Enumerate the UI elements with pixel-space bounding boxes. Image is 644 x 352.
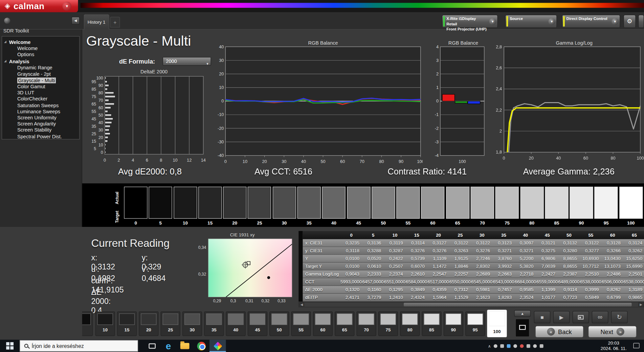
pattern-level-85[interactable]: 85: [422, 311, 441, 336]
sidebar-item-welcome[interactable]: Welcome: [2, 46, 79, 52]
tray-icon-5[interactable]: [520, 344, 524, 348]
table-row-cct[interactable]: CCT5993,00006457,00006551,00006584,00006…: [303, 278, 644, 286]
logo-menu-chevron-icon[interactable]: ▼: [62, 2, 71, 11]
table-cell: 3,9932: [493, 263, 514, 270]
settings-button[interactable]: ⚙: [623, 15, 636, 28]
table-row-gamma-log-log[interactable]: Gamma Log/Log0,90432,23332,23742,26102,2…: [303, 271, 644, 278]
sidebar-item-screen-angularity[interactable]: Screen Angularity: [2, 121, 79, 127]
pattern-level-55[interactable]: 55: [291, 311, 311, 336]
table-cell: 0,3127: [427, 239, 449, 247]
pattern-label-45: 45: [248, 327, 267, 332]
sidebar-item-luminance-sweeps[interactable]: Luminance Sweeps: [2, 109, 79, 115]
expander-icon[interactable]: ◢: [4, 40, 6, 44]
svg-text:4: 4: [132, 158, 134, 163]
file-explorer-taskbar-button[interactable]: [177, 340, 193, 352]
source-dropdown[interactable]: Source ▼: [505, 15, 557, 28]
sidebar-item-grayscale-multi[interactable]: Grayscale - Multi: [2, 77, 79, 84]
sidebar-section-analysis[interactable]: ◢Analysis: [2, 58, 79, 65]
chevron-right-icon: »: [617, 328, 624, 335]
task-view-button[interactable]: [144, 340, 160, 352]
hidden-icons-chevron[interactable]: ∧: [488, 344, 491, 348]
refresh-button[interactable]: ↻: [611, 311, 628, 323]
pattern-level-70[interactable]: 70: [356, 311, 376, 336]
svg-text:2: 2: [436, 71, 439, 76]
pattern-window-button[interactable]: [515, 319, 530, 337]
pattern-level-30[interactable]: 30: [182, 311, 202, 336]
pattern-level-40[interactable]: 40: [226, 311, 246, 336]
sidebar-item-screen-uniformity[interactable]: Screen Uniformity: [2, 115, 79, 121]
scroll-left-icon[interactable]: ◀: [299, 302, 305, 307]
pattern-level-75[interactable]: 75: [378, 311, 398, 336]
tray-icon-7[interactable]: [533, 344, 537, 348]
table-row-e-2000[interactable]: ΔE 20000,13200,11600,12950,38490,43590,7…: [303, 286, 644, 294]
meter-dropdown[interactable]: X-Rite i1Display Retail Front Projector …: [442, 15, 498, 28]
sidebar-item-spectral-power-dist[interactable]: Spectral Power Dist.: [2, 134, 79, 139]
read-button[interactable]: ▶: [553, 311, 570, 323]
pattern-level-partial[interactable]: [82, 311, 93, 336]
back-button[interactable]: « Back: [535, 326, 583, 337]
edge-taskbar-button[interactable]: e: [160, 340, 177, 352]
table-cell: 7,0039: [536, 263, 558, 270]
sidebar-item-color-gamut[interactable]: Color Gamut: [2, 84, 79, 90]
tab-history-1[interactable]: History 1: [84, 14, 109, 29]
sidebar-item-grayscale-2pt[interactable]: Grayscale - 2pt: [2, 71, 79, 77]
sidebar-item-3d-lut[interactable]: 3D LUT: [2, 90, 79, 96]
pattern-level-15[interactable]: 15: [117, 311, 137, 336]
pattern-level-10[interactable]: 10: [95, 311, 115, 336]
expander-icon[interactable]: ◢: [4, 60, 6, 63]
pattern-level-25[interactable]: 25: [161, 311, 180, 336]
pattern-level-100[interactable]: 100: [487, 310, 507, 337]
stop-button[interactable]: ■: [534, 311, 551, 323]
pattern-level-60[interactable]: 60: [313, 311, 333, 336]
start-button[interactable]: [0, 340, 20, 352]
tray-icon-1[interactable]: [494, 344, 497, 348]
pattern-level-20[interactable]: 20: [139, 311, 158, 336]
table-scrollbar[interactable]: ◀ ▶: [298, 302, 644, 307]
taskbar-clock[interactable]: 20:03 2024. 06. 11.: [596, 341, 631, 351]
chevron-down-icon: ▼: [548, 18, 555, 25]
pattern-level-95[interactable]: 95: [465, 311, 485, 336]
taskbar-search-input[interactable]: Írjon ide a kereséshez: [20, 340, 138, 352]
table-row-deitp[interactable]: dEITP2,41713,72791,24102,43241,59641,152…: [303, 294, 644, 302]
tray-icon-3[interactable]: [507, 344, 511, 348]
display-control-dropdown[interactable]: Direct Display Control ▼: [562, 15, 620, 28]
sidebar-item-colorchecker[interactable]: ColorChecker: [2, 96, 79, 102]
de-formula-select[interactable]: 2000 ▼: [163, 57, 211, 66]
tray-icon-6[interactable]: [527, 344, 530, 348]
table-row-y-cie31[interactable]: y: CIE310,31180,32880,32870,32760,32760,…: [303, 247, 644, 255]
grayscale-swatch-10: [174, 187, 197, 219]
tray-icon-4[interactable]: [513, 344, 517, 348]
scroll-right-icon[interactable]: ▶: [638, 302, 644, 307]
tray-icon-8[interactable]: [540, 344, 543, 348]
sidebar-item-dynamic-range[interactable]: Dynamic Range: [2, 65, 79, 71]
add-tab-button[interactable]: +: [110, 17, 120, 28]
partial-button[interactable]: [638, 15, 644, 28]
pattern-level-65[interactable]: 65: [335, 311, 354, 336]
table-row-x-cie31[interactable]: x: CIE310,32350,31360,31190,31140,31270,…: [303, 239, 644, 247]
svg-text:40: 40: [301, 159, 306, 164]
chrome-taskbar-button[interactable]: [193, 340, 209, 352]
notification-center-icon[interactable]: [633, 343, 639, 348]
pattern-level-45[interactable]: 45: [248, 311, 267, 336]
next-button[interactable]: Next »: [588, 326, 637, 337]
calman-logo[interactable]: ◈ calman ▼: [0, 0, 78, 12]
scrollbar-thumb[interactable]: [404, 303, 632, 306]
pattern-level-35[interactable]: 35: [204, 311, 224, 336]
pattern-level-80[interactable]: 80: [400, 311, 420, 336]
tray-icon-2[interactable]: [501, 344, 504, 348]
svg-text:100: 100: [459, 159, 466, 164]
calman-taskbar-button[interactable]: [209, 340, 226, 352]
sidebar-item-screen-stability[interactable]: Screen Stability: [2, 127, 79, 134]
pattern-level-90[interactable]: 90: [444, 311, 463, 336]
table-row-y[interactable]: Y0,01000,05200,24220,57391,11091,91252,7…: [303, 255, 644, 262]
expand-up-button[interactable]: ▲: [514, 310, 531, 316]
sidebar-item-saturation-sweeps[interactable]: Saturation Sweeps: [2, 102, 79, 109]
pattern-swatch-35: [206, 313, 222, 325]
sidebar-item-options[interactable]: Options: [2, 52, 79, 58]
pattern-toggle-button[interactable]: [573, 311, 589, 323]
table-row-target-y[interactable]: Target Y0,01000,06100,25070,60701,14721,…: [303, 263, 644, 271]
pattern-level-50[interactable]: 50: [269, 311, 289, 336]
sidebar-section-welcome[interactable]: ◢Welcome: [2, 39, 79, 46]
continuous-read-button[interactable]: ∞: [592, 311, 608, 323]
sidebar-collapse-button[interactable]: ◀: [71, 17, 80, 25]
